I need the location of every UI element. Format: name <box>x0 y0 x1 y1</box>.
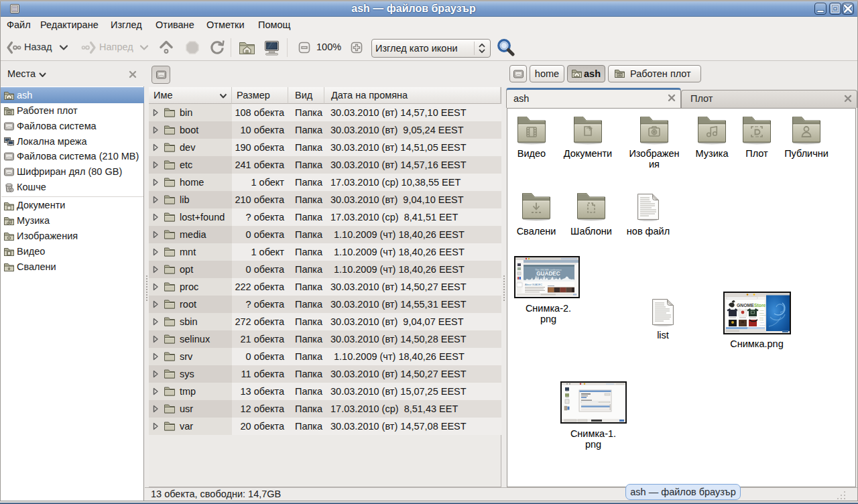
svg-text:Mugs: Mugs <box>759 319 764 321</box>
svg-text:Contact: Contact <box>759 324 765 326</box>
svg-text:Store: Store <box>754 303 766 308</box>
svg-text:GNOME: GNOME <box>737 303 754 308</box>
svg-text:About GUADEC: About GUADEC <box>525 284 542 286</box>
svg-text:GUADEC: GUADEC <box>536 271 560 277</box>
svg-text:July 24-30th 2010: July 24-30th 2010 <box>540 277 557 279</box>
